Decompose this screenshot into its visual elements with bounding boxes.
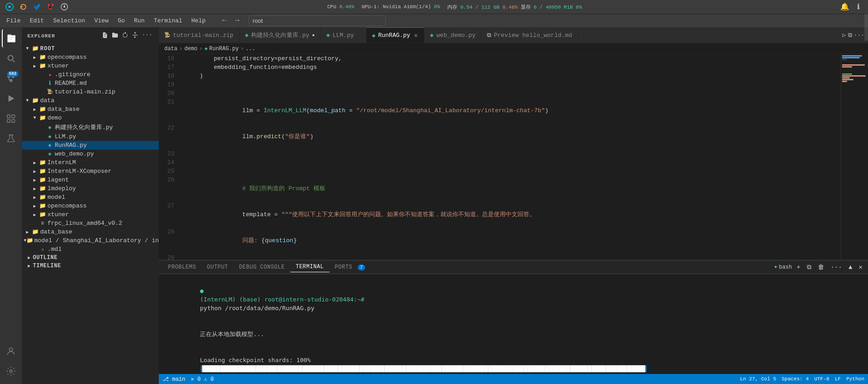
file-tree: ▼ 📁 ROOT ▶ 📁 opencompass ▶ 📁 xtuner ▶ ⬥ … xyxy=(22,44,159,384)
tab-tutorial[interactable]: 🗜 tutorial-main.zip xyxy=(159,27,240,43)
sidebar-header-icons: ··· xyxy=(101,31,153,41)
refresh-btn[interactable] xyxy=(121,31,129,41)
opencompass-arrow: ▶ xyxy=(31,55,38,60)
panel-tab-problems[interactable]: PROBLEMS xyxy=(162,262,202,272)
menu-bar: File Edit Selection View Go Run Terminal… xyxy=(0,14,868,27)
activity-explorer[interactable] xyxy=(2,29,20,47)
tab-webdemo-label: web_demo.py xyxy=(436,32,476,39)
activity-account[interactable] xyxy=(2,342,20,360)
tree-runrag[interactable]: ▶ ◈ RunRAG.py xyxy=(22,141,159,150)
tree-data-base[interactable]: ▶ 📁 data_base xyxy=(22,105,159,114)
more-actions-btn[interactable]: ··· xyxy=(141,31,153,41)
tree-web-demo[interactable]: ▶ ◈ web_demo.py xyxy=(22,150,159,158)
mdl-label: .mdl xyxy=(47,246,159,253)
more-tabs-icon[interactable]: ··· xyxy=(854,32,864,39)
tree-model[interactable]: ▶ 📁 model xyxy=(22,193,159,202)
term-text-3a: Loading checkpoint shards: 100% xyxy=(200,357,311,363)
tree-llm-py[interactable]: ▶ ◈ LLM.py xyxy=(22,132,159,141)
tab-runrag[interactable]: ◈ RunRAG.py ✕ xyxy=(366,27,424,43)
tree-lmdeploy[interactable]: ▶ 📁 lmdeploy xyxy=(22,184,159,193)
tab-jianchichiku[interactable]: ◈ 构建持久化向量库.py ● xyxy=(240,27,321,43)
terminal-add-btn[interactable]: + xyxy=(795,263,802,272)
activity-git[interactable]: 502 xyxy=(2,69,20,88)
tree-root[interactable]: ▼ 📁 ROOT xyxy=(22,44,159,53)
tree-mdl[interactable]: ▶ ⬦ .mdl xyxy=(22,245,159,254)
status-language[interactable]: Python xyxy=(846,376,864,382)
tab-runrag-close[interactable]: ✕ xyxy=(413,31,418,40)
menu-run[interactable]: Run xyxy=(130,16,148,25)
tab-preview[interactable]: ⧉ Preview hello_world.md xyxy=(481,27,578,43)
tab-llm[interactable]: ◈ LLM.py xyxy=(321,27,366,43)
tree-model-dir[interactable]: ▼ 📁 model / Shanghai_AI_Laboratory / int… xyxy=(22,236,159,245)
collapse-all-btn[interactable] xyxy=(131,31,139,41)
terminal-content[interactable]: ● (InternLM) (base) root@intern-studio-0… xyxy=(159,274,868,374)
tree-jianchichiku[interactable]: ▶ ◈ 构建持久化向量库.py xyxy=(22,122,159,132)
minimap-line xyxy=(842,59,847,60)
notification-icon[interactable]: 🔔 xyxy=(840,2,850,12)
tab-preview-icon: ⧉ xyxy=(487,32,491,39)
panel-tab-terminal[interactable]: TERMINAL xyxy=(290,262,329,272)
panel-maximize-btn[interactable]: ▲ xyxy=(847,263,854,272)
code-editor[interactable]: 16 persist_directory=persist_directory, … xyxy=(159,54,841,260)
tree-internlm[interactable]: ▶ 📁 InternLM xyxy=(22,158,159,167)
tree-gitignore[interactable]: ▶ ⬥ .gitignore xyxy=(22,70,159,79)
tree-opencompass[interactable]: ▶ 📁 opencompass xyxy=(22,53,159,62)
status-spaces[interactable]: Spaces: 4 xyxy=(782,376,809,382)
terminal-split-btn[interactable]: ⧉ xyxy=(805,263,813,272)
menu-help[interactable]: Help xyxy=(188,16,209,25)
tree-lagent[interactable]: ▶ 📁 lagent xyxy=(22,176,159,184)
terminal-more-btn[interactable]: ··· xyxy=(829,263,844,272)
timeline-section[interactable]: ▶ TIMELINE xyxy=(22,262,159,270)
tree-xtuner[interactable]: ▶ 📁 xtuner xyxy=(22,62,159,70)
tree-data[interactable]: ▼ 📁 data xyxy=(22,96,159,105)
status-encoding[interactable]: UTF-8 xyxy=(814,376,829,382)
nav-back[interactable]: ← xyxy=(219,16,230,26)
panel-tab-ports[interactable]: PORTS 7 xyxy=(329,262,371,272)
tab-webdemo[interactable]: ◈ web_demo.py xyxy=(424,27,481,43)
tab-preview-label: Preview hello_world.md xyxy=(494,32,572,39)
info-icon[interactable]: ℹ xyxy=(853,2,863,12)
activity-extensions[interactable] xyxy=(2,109,20,128)
search-input[interactable] xyxy=(249,16,386,26)
outline-section[interactable]: ▶ OUTLINE xyxy=(22,254,159,262)
panel-tab-debug[interactable]: DEBUG CONSOLE xyxy=(234,262,290,272)
menu-selection[interactable]: Selection xyxy=(49,16,89,25)
menu-go[interactable]: Go xyxy=(114,16,129,25)
minimap-line xyxy=(842,57,860,58)
activity-run[interactable] xyxy=(2,89,20,108)
panel-tab-output[interactable]: OUTPUT xyxy=(202,262,234,272)
opencompass-label: opencompass xyxy=(47,54,159,61)
tree-frpc[interactable]: ▶ ≡ frpc_linux_amd64_v0.2 xyxy=(22,219,159,228)
ports-badge: 7 xyxy=(358,265,366,270)
code-line-27: 27 template = """使用以下上下文来回答用户的问题。如果你不知道答… xyxy=(159,202,841,228)
terminal-trash-btn[interactable]: 🗑 xyxy=(816,263,826,272)
status-errors[interactable]: ✕ 0 ⚠ 0 xyxy=(191,376,214,383)
activity-settings[interactable] xyxy=(2,362,20,380)
run-icon[interactable]: ▷ xyxy=(842,31,846,39)
status-line-ending[interactable]: LF xyxy=(835,376,841,382)
tree-data-base2[interactable]: ▶ 📁 data_base xyxy=(22,228,159,236)
new-folder-btn[interactable] xyxy=(111,31,119,41)
split-editor-icon[interactable]: ⧉ xyxy=(848,32,852,39)
tree-demo[interactable]: ▼ 📁 demo xyxy=(22,114,159,122)
reload-icon[interactable] xyxy=(18,2,28,12)
tree-tutorial-zip[interactable]: ▶ 🗜 tutorial-main.zip xyxy=(22,88,159,96)
menu-terminal[interactable]: Terminal xyxy=(150,16,186,25)
menu-view[interactable]: View xyxy=(91,16,112,25)
status-branch[interactable]: ⎇ main xyxy=(162,376,185,383)
svg-rect-15 xyxy=(12,119,15,122)
panel-close-btn[interactable]: ✕ xyxy=(857,262,864,272)
status-ln-col[interactable]: Ln 27, Col 5 xyxy=(740,376,776,382)
tree-xtuner2[interactable]: ▶ 📁 xtuner xyxy=(22,210,159,219)
tree-opencompass2[interactable]: ▶ 📁 opencompass xyxy=(22,202,159,210)
menu-file[interactable]: File xyxy=(3,16,24,25)
nav-forward[interactable]: → xyxy=(232,16,243,26)
menu-edit[interactable]: Edit xyxy=(26,16,47,25)
new-file-btn[interactable] xyxy=(101,31,109,41)
data-label: data xyxy=(40,97,159,104)
code-line-20: 20 xyxy=(159,89,841,98)
activity-flask[interactable] xyxy=(2,130,20,148)
activity-search[interactable] xyxy=(2,49,20,67)
tree-internlm-xcomposer[interactable]: ▶ 📁 InternLM-XComposer xyxy=(22,167,159,176)
tree-readme[interactable]: ▶ ℹ README.md xyxy=(22,79,159,88)
